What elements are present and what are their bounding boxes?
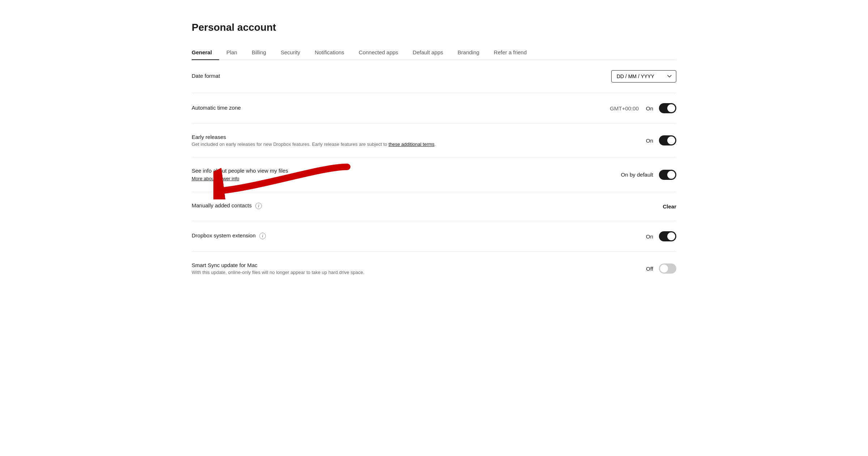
setting-viewer-info: See info about people who view my files … xyxy=(192,157,676,192)
setting-automatic-timezone: Automatic time zone GMT+00:00 On xyxy=(192,93,676,124)
smart-sync-toggle-slider xyxy=(659,263,676,274)
setting-viewer-info-right: On by default xyxy=(621,170,676,180)
tab-connected-apps[interactable]: Connected apps xyxy=(352,45,405,60)
setting-extension-left: Dropbox system extension i xyxy=(192,232,646,241)
setting-contacts-right: Clear xyxy=(663,203,676,210)
setting-early-releases-left: Early releases Get included on early rel… xyxy=(192,134,646,147)
smart-sync-toggle[interactable] xyxy=(659,263,676,274)
tab-default-apps[interactable]: Default apps xyxy=(405,45,450,60)
setting-contacts-title: Manually added contacts i xyxy=(192,202,663,209)
timezone-status: On xyxy=(646,105,653,111)
contacts-info-icon[interactable]: i xyxy=(255,203,262,209)
setting-smart-sync-title: Smart Sync update for Mac xyxy=(192,262,646,268)
setting-date-format-left: Date format xyxy=(192,73,611,80)
viewer-info-link[interactable]: More about viewer info xyxy=(192,176,239,181)
setting-date-format-right: DD / MM / YYYY MM / DD / YYYY YYYY / MM … xyxy=(611,70,676,83)
timezone-toggle-slider xyxy=(659,103,676,113)
extension-toggle-slider xyxy=(659,231,676,241)
setting-viewer-info-left: See info about people who view my files … xyxy=(192,168,621,182)
timezone-value: GMT+00:00 xyxy=(610,105,639,111)
tab-refer-a-friend[interactable]: Refer a friend xyxy=(486,45,534,60)
setting-contacts-left: Manually added contacts i xyxy=(192,202,663,211)
contacts-clear-button[interactable]: Clear xyxy=(663,203,676,210)
setting-viewer-info-title: See info about people who view my files xyxy=(192,168,621,174)
timezone-toggle[interactable] xyxy=(659,103,676,113)
setting-timezone-left: Automatic time zone xyxy=(192,105,610,112)
setting-smart-sync-right: Off xyxy=(646,263,676,274)
page-title: Personal account xyxy=(192,22,676,33)
tab-billing[interactable]: Billing xyxy=(244,45,273,60)
settings-content: Date format DD / MM / YYYY MM / DD / YYY… xyxy=(192,60,676,285)
early-releases-terms-link[interactable]: these additional terms xyxy=(388,142,434,147)
setting-smart-sync: Smart Sync update for Mac With this upda… xyxy=(192,252,676,285)
date-format-select[interactable]: DD / MM / YYYY MM / DD / YYYY YYYY / MM … xyxy=(611,70,676,83)
setting-date-format: Date format DD / MM / YYYY MM / DD / YYY… xyxy=(192,60,676,93)
setting-early-releases: Early releases Get included on early rel… xyxy=(192,124,676,157)
setting-timezone-right: GMT+00:00 On xyxy=(610,103,676,113)
viewer-info-status: On by default xyxy=(621,172,653,178)
setting-early-releases-desc: Get included on early releases for new D… xyxy=(192,142,646,147)
early-releases-toggle-slider xyxy=(659,135,676,145)
extension-status: On xyxy=(646,233,653,240)
smart-sync-status: Off xyxy=(646,266,653,272)
setting-manually-added-contacts: Manually added contacts i Clear xyxy=(192,192,676,221)
tab-plan[interactable]: Plan xyxy=(219,45,244,60)
tab-notifications[interactable]: Notifications xyxy=(307,45,352,60)
tab-branding[interactable]: Branding xyxy=(450,45,486,60)
setting-early-releases-title: Early releases xyxy=(192,134,646,140)
viewer-info-toggle-slider xyxy=(659,170,676,180)
setting-date-format-title: Date format xyxy=(192,73,611,79)
setting-early-releases-right: On xyxy=(646,135,676,145)
tab-nav: General Plan Billing Security Notificati… xyxy=(192,45,676,60)
setting-timezone-title: Automatic time zone xyxy=(192,105,610,111)
viewer-info-toggle[interactable] xyxy=(659,170,676,180)
setting-smart-sync-left: Smart Sync update for Mac With this upda… xyxy=(192,262,646,275)
tab-general[interactable]: General xyxy=(192,45,219,60)
tab-security[interactable]: Security xyxy=(273,45,307,60)
extension-toggle[interactable] xyxy=(659,231,676,241)
setting-extension-title: Dropbox system extension i xyxy=(192,232,646,239)
setting-extension-right: On xyxy=(646,231,676,241)
setting-smart-sync-desc: With this update, online-only files will… xyxy=(192,270,646,275)
early-releases-toggle[interactable] xyxy=(659,135,676,145)
extension-info-icon[interactable]: i xyxy=(259,233,266,239)
setting-dropbox-system-extension: Dropbox system extension i On xyxy=(192,221,676,252)
early-releases-status: On xyxy=(646,138,653,144)
